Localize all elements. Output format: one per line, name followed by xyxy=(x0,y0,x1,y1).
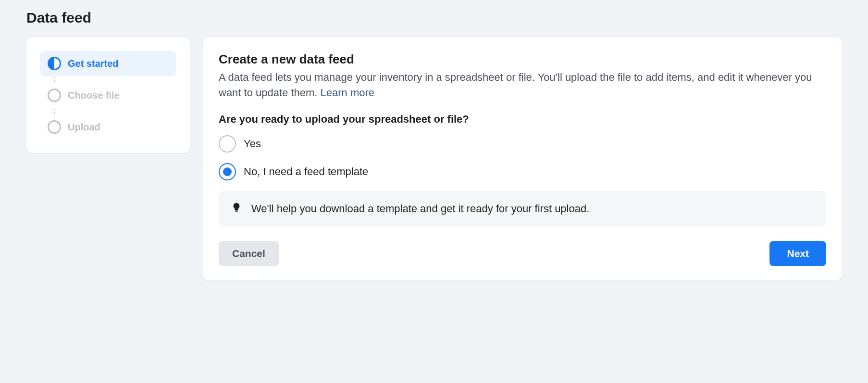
sidebar: Get started Choose file Upload xyxy=(26,38,190,153)
page-title: Data feed xyxy=(26,10,842,26)
step-choose-file[interactable]: Choose file xyxy=(40,83,176,108)
radio-icon-selected xyxy=(219,163,236,180)
main-card: Create a new data feed A data feed lets … xyxy=(203,38,842,281)
layout: Get started Choose file Upload Create a … xyxy=(26,38,842,281)
step-label: Choose file xyxy=(68,90,120,101)
lightbulb-icon xyxy=(231,202,242,216)
upload-question: Are you ready to upload your spreadsheet… xyxy=(219,113,826,126)
radio-label: No, I need a feed template xyxy=(244,166,368,178)
card-title: Create a new data feed xyxy=(219,52,826,67)
half-circle-icon xyxy=(48,57,61,70)
radio-label: Yes xyxy=(244,138,261,150)
radio-option-no-template[interactable]: No, I need a feed template xyxy=(219,163,826,180)
step-connector xyxy=(54,108,176,115)
next-button[interactable]: Next xyxy=(769,241,826,266)
button-row: Cancel Next xyxy=(219,241,826,266)
empty-circle-icon xyxy=(48,89,61,102)
cancel-button[interactable]: Cancel xyxy=(219,241,279,266)
step-label: Get started xyxy=(68,58,119,69)
step-get-started[interactable]: Get started xyxy=(40,51,176,76)
radio-icon xyxy=(219,135,236,153)
step-upload[interactable]: Upload xyxy=(40,115,176,140)
radio-option-yes[interactable]: Yes xyxy=(219,135,826,153)
info-banner: We'll help you download a template and g… xyxy=(219,191,826,227)
card-description: A data feed lets you manage your invento… xyxy=(219,70,826,101)
learn-more-link[interactable]: Learn more xyxy=(321,87,375,99)
description-text: A data feed lets you manage your invento… xyxy=(219,71,812,99)
empty-circle-icon xyxy=(48,120,61,134)
step-connector xyxy=(54,76,176,83)
info-text: We'll help you download a template and g… xyxy=(251,203,589,215)
step-label: Upload xyxy=(68,122,100,133)
